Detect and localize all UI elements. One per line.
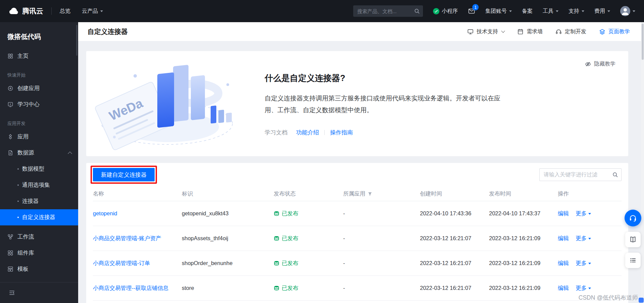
sidebar-item-workflow[interactable]: 工作流 <box>0 229 78 245</box>
more-label: 更多 <box>576 260 587 267</box>
sidebar-item-connectors[interactable]: 连接器 <box>0 193 78 209</box>
sidebar-item-learning-center[interactable]: 学习中心 <box>0 96 78 113</box>
publish-status: 已发布 <box>274 260 343 267</box>
chevron-down-icon <box>501 29 505 33</box>
caret-down-icon <box>509 10 512 12</box>
search-icon[interactable] <box>414 8 420 14</box>
more-menu[interactable]: 更多 <box>576 235 591 242</box>
docs-float-button[interactable] <box>625 232 641 247</box>
mail-badge: 1 <box>472 4 479 10</box>
topbar-search[interactable] <box>353 5 423 17</box>
link-divider <box>324 130 325 135</box>
more-label: 更多 <box>576 210 587 217</box>
edit-link[interactable]: 编辑 <box>558 285 569 292</box>
requirement-wall-button[interactable]: 需求墙 <box>517 28 543 35</box>
owner-app: - <box>343 260 420 266</box>
publish-status-label: 已发布 <box>282 260 299 267</box>
created-at: 2022-04-10 17:43:36 <box>420 210 489 217</box>
keyword-filter-input[interactable] <box>539 168 622 181</box>
sidebar-item-create-app[interactable]: 创建应用 <box>0 80 78 96</box>
nav-group-account[interactable]: 集团账号 <box>485 8 512 15</box>
hide-tutorial-label: 隐藏教学 <box>594 60 615 68</box>
edit-link[interactable]: 编辑 <box>558 235 569 242</box>
sidebar-item-data-model[interactable]: 数据模型 <box>0 161 78 177</box>
publish-status-label: 已发布 <box>282 285 299 292</box>
published-at: 2022-03-12 16:21:09 <box>489 235 558 242</box>
nav-support[interactable]: 支持 <box>569 8 584 15</box>
brand-name: 腾讯云 <box>22 6 43 16</box>
nav-tools[interactable]: 工具 <box>543 8 558 15</box>
feature-intro-link[interactable]: 功能介绍 <box>296 129 319 136</box>
sidebar-item-label: 工作流 <box>17 233 34 241</box>
nav-overview[interactable]: 总览 <box>60 8 70 15</box>
hide-tutorial-button[interactable]: 隐藏教学 <box>585 60 615 68</box>
caret-down-icon <box>556 10 558 12</box>
tech-support-icon <box>467 29 474 35</box>
more-menu[interactable]: 更多 <box>576 285 591 292</box>
sidebar-item-home[interactable]: 主页 <box>0 48 78 64</box>
nav-billing-label: 费用 <box>594 8 605 15</box>
hero-links: 学习文档 功能介绍 操作指南 <box>265 129 526 136</box>
home-icon <box>7 53 13 59</box>
connector-name-link[interactable]: getopenid <box>93 210 117 217</box>
created-at: 2022-03-12 16:21:07 <box>420 235 489 242</box>
publish-status: 已发布 <box>274 285 343 292</box>
more-menu[interactable]: 更多 <box>576 210 591 217</box>
sidebar-item-label: 学习中心 <box>17 101 40 108</box>
create-connector-button[interactable]: 新建自定义连接器 <box>93 168 155 181</box>
nav-beian[interactable]: 备案 <box>522 8 533 15</box>
tech-support-menu[interactable]: 技术支持 <box>467 28 504 35</box>
sidebar-item-apps[interactable]: 应用 <box>0 129 78 145</box>
connector-identifier: shopOrder_benunhe <box>182 260 274 266</box>
page-scrollbar[interactable] <box>641 22 644 303</box>
edit-link[interactable]: 编辑 <box>558 260 569 267</box>
feedback-float-button[interactable] <box>625 253 641 268</box>
sidebar-item-templates[interactable]: 模板 <box>0 261 78 277</box>
connector-name-link[interactable]: 小商店交易管理--获取店铺信息 <box>93 285 169 292</box>
customer-service-button[interactable] <box>625 210 641 226</box>
published-status-icon <box>274 211 279 216</box>
nav-miniprogram[interactable]: 小程序 <box>433 8 458 15</box>
caret-down-icon <box>100 10 103 12</box>
sidebar-item-option-sets[interactable]: 通用选项集 <box>0 177 78 193</box>
mail-button[interactable]: 1 <box>468 8 475 14</box>
user-menu[interactable] <box>620 6 635 16</box>
sidebar-item-label: 创建应用 <box>17 85 40 92</box>
collapse-sidebar-icon[interactable] <box>9 290 15 296</box>
publish-status-label: 已发布 <box>282 210 299 217</box>
publish-status-label: 已发布 <box>282 235 299 242</box>
custom-dev-label: 定制开发 <box>565 28 586 35</box>
table-row: 小商店交易管理--获取店铺信息 store 已发布 - 2022-03-12 1… <box>93 276 622 301</box>
topbar-search-input[interactable] <box>353 5 423 17</box>
sidebar-section-app-dev: 应用开发 <box>0 119 78 129</box>
requirement-wall-label: 需求墙 <box>527 28 543 35</box>
sidebar-item-datasource[interactable]: 数据源 <box>0 145 78 161</box>
nav-support-label: 支持 <box>569 8 579 15</box>
nav-billing[interactable]: 费用 <box>594 8 610 15</box>
bullet-dot <box>17 201 19 202</box>
sidebar-item-custom-connectors[interactable]: 自定义连接器 <box>0 209 78 225</box>
edit-link[interactable]: 编辑 <box>558 210 569 217</box>
operation-guide-link[interactable]: 操作指南 <box>330 129 353 136</box>
search-icon[interactable] <box>612 172 618 178</box>
custom-dev-button[interactable]: 定制开发 <box>555 28 586 35</box>
col-header-published-at: 发布时间 <box>489 190 558 198</box>
sidebar-scrollbar-thumb[interactable] <box>76 25 77 56</box>
filter-icon[interactable] <box>368 191 372 196</box>
row-actions: 编辑 更多 <box>558 285 622 292</box>
more-menu[interactable]: 更多 <box>576 260 591 267</box>
connector-name-link[interactable]: 小商品交易管理端-账户资产 <box>93 235 161 242</box>
tencent-cloud-logo[interactable]: 腾讯云 <box>9 6 43 16</box>
col-header-name: 名称 <box>93 190 182 198</box>
nav-cloud-products[interactable]: 云产品 <box>82 8 103 15</box>
keyword-filter <box>539 168 622 181</box>
corner-widget[interactable] <box>639 298 644 303</box>
scrollbar-thumb[interactable] <box>642 24 644 60</box>
page-tutorial-button[interactable]: 页面教学 <box>599 28 630 35</box>
connector-name-link[interactable]: 小商店交易管理端-订单 <box>93 260 150 267</box>
sidebar-item-components[interactable]: 组件库 <box>0 245 78 261</box>
publish-status: 已发布 <box>274 235 343 242</box>
owner-app: - <box>343 235 420 242</box>
created-at: 2022-03-12 16:21:07 <box>420 260 489 266</box>
caret-down-icon <box>607 10 610 12</box>
